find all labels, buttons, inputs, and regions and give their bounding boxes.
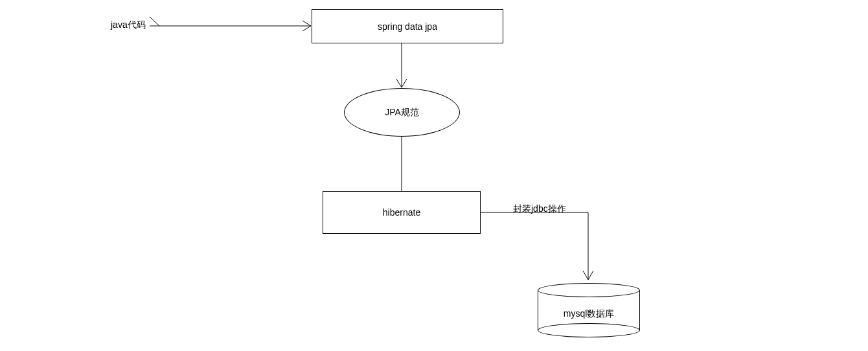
jpa-spec-text: JPA规范 <box>385 107 419 119</box>
spring-data-jpa-box: spring data jpa <box>312 9 503 43</box>
arrow-java-to-spring <box>150 17 312 30</box>
hibernate-text: hibernate <box>383 207 420 218</box>
svg-line-10 <box>583 271 588 280</box>
svg-line-1 <box>303 21 311 26</box>
svg-line-11 <box>588 271 593 280</box>
svg-line-2 <box>303 26 311 31</box>
arrow-spring-to-jpa <box>395 43 408 89</box>
jpa-spec-ellipse: JPA规范 <box>344 88 460 137</box>
mysql-db-text: mysql数据库 <box>564 308 615 320</box>
hibernate-box: hibernate <box>323 191 481 234</box>
java-code-label: java代码 <box>111 19 146 31</box>
svg-line-5 <box>396 79 402 87</box>
line-jpa-to-hibernate <box>398 137 405 191</box>
svg-line-3 <box>150 17 159 26</box>
svg-line-6 <box>402 79 407 87</box>
spring-data-jpa-text: spring data jpa <box>378 21 437 32</box>
arrow-hibernate-to-mysql <box>481 212 597 284</box>
mysql-db-cylinder: mysql数据库 <box>538 283 640 338</box>
